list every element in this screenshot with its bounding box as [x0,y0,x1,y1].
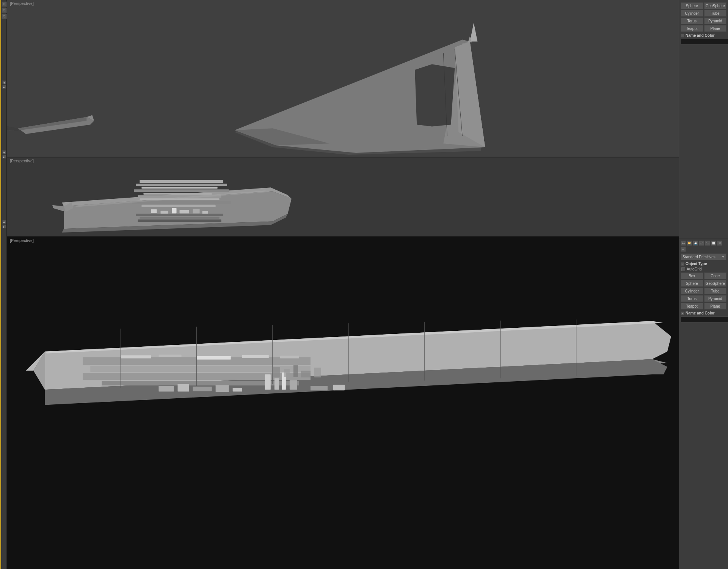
open-icon[interactable]: 📂 [687,240,692,246]
svg-rect-21 [140,180,223,183]
svg-rect-71 [275,378,279,390]
svg-rect-78 [293,365,298,377]
autogrid-row-bottom: AutoGrid [681,267,726,271]
svg-rect-53 [197,356,231,360]
top-btn-grid-3: Torus Pyramid [681,17,726,24]
dropdown-label: Standard Primitives [682,255,715,259]
name-color-collapse-bottom[interactable]: - [681,311,684,315]
svg-rect-68 [216,385,229,392]
save-icon[interactable]: 💾 [693,240,698,246]
svg-rect-54 [242,355,269,358]
geosphere-btn[interactable]: GeoSphere [704,280,727,287]
box-btn[interactable]: Box [681,272,703,279]
nav-arrow-up-1[interactable]: ◀ [2,80,6,84]
name-input-top[interactable] [681,39,728,45]
render-icon[interactable]: ⬜ [711,240,716,246]
name-color-row-top [681,39,726,45]
standard-primitives-dropdown[interactable]: Standard Primitives ▼ [681,253,726,260]
file-icon[interactable]: 🗁 [681,240,686,246]
cylinder-btn-top[interactable]: Cylinder [681,10,703,17]
redo-icon[interactable]: ↪ [705,240,710,246]
undo-icon[interactable]: ↩ [699,240,704,246]
svg-rect-30 [151,209,157,213]
svg-rect-24 [134,189,229,192]
autogrid-label-bottom: AutoGrid [687,267,701,271]
torus-btn[interactable]: Torus [681,295,703,302]
viewport-top[interactable]: [Perspective] [7,0,679,157]
svg-rect-32 [172,208,176,214]
viewport-middle[interactable]: [Perspective] [7,157,679,237]
viewport-bottom[interactable]: [Perspective] [7,237,679,569]
cylinder-btn[interactable]: Cylinder [681,288,703,294]
toolbar-icons-bottom: 🗁 📂 💾 ↩ ↪ ⬜ ⚙ ↔ [681,240,726,252]
nav-arrow-up-3[interactable]: ◀ [2,220,6,224]
svg-rect-34 [193,209,200,214]
object-type-header-bottom: - Object Type [681,262,726,266]
teapot-btn-top[interactable]: Teapot [681,25,703,32]
svg-rect-79 [301,371,311,377]
svg-rect-35 [202,211,208,214]
top-btn-grid-4: Teapot Plane [681,25,726,32]
btn-grid-row3-bottom: Cylinder Tube [681,288,726,294]
sphere-btn[interactable]: Sphere [681,280,703,287]
tube-btn-top[interactable]: Tube [704,10,727,17]
svg-rect-74 [311,386,328,390]
toolbar-btn-3[interactable]: ⬡ [2,14,7,19]
svg-marker-5 [415,64,455,126]
right-panel-bottom-section: 🗁 📂 💾 ↩ ↪ ⬜ ⚙ ↔ Standard Primitives ▼ - … [679,239,728,569]
btn-grid-row2-bottom: Sphere GeoSphere [681,280,726,287]
svg-rect-67 [193,387,212,391]
viewport-top-label: [Perspective] [10,2,34,6]
pyramid-btn-top[interactable]: Pyramid [704,17,727,24]
arrow-icon[interactable]: ↔ [681,247,686,252]
name-input-bottom[interactable] [681,316,728,322]
torus-btn-top[interactable]: Torus [681,17,703,24]
object-type-title-bottom: Object Type [686,262,707,266]
yellow-accent-bar [0,0,1,569]
nav-arrow-down-1[interactable]: ▶ [2,85,6,89]
geosphere-btn-top[interactable]: GeoSphere [704,2,727,9]
sphere-btn-top[interactable]: Sphere [681,2,703,9]
toolbar-btn-1[interactable]: ⬡ [2,2,7,7]
svg-rect-77 [284,369,290,377]
name-color-header-top: - Name and Color [681,33,726,38]
plane-btn[interactable]: Plane [704,303,727,310]
svg-rect-31 [160,211,168,214]
svg-rect-29 [141,205,215,207]
object-type-collapse-bottom[interactable]: - [681,262,684,266]
svg-rect-69 [233,388,242,391]
teapot-btn[interactable]: Teapot [681,303,703,310]
cone-btn[interactable]: Cone [704,272,727,279]
pyramid-btn[interactable]: Pyramid [704,295,727,302]
right-panel: Sphere GeoSphere Cylinder Tube Torus Pyr… [679,0,728,569]
nav-arrow-down-3[interactable]: ▶ [2,225,6,228]
dropdown-arrow: ▼ [722,255,725,259]
name-color-title-bottom: Name and Color [686,311,715,315]
btn-grid-row5-bottom: Teapot Plane [681,303,726,310]
svg-rect-23 [141,187,217,189]
svg-rect-51 [121,355,151,358]
name-color-collapse-top[interactable]: - [681,34,684,38]
svg-rect-38 [138,219,221,222]
right-panel-top-section: Sphere GeoSphere Cylinder Tube Torus Pyr… [679,0,728,239]
svg-rect-80 [314,368,321,377]
svg-rect-36 [136,214,223,216]
object-type-section-bottom: - Object Type AutoGrid Box Cone Sphere G… [681,262,726,310]
settings-icon[interactable]: ⚙ [717,240,722,246]
viewport-middle-scene [7,157,679,236]
toolbar-btn-2[interactable]: ⬡ [2,8,7,13]
autogrid-checkbox-bottom[interactable] [681,267,685,271]
svg-rect-42 [7,237,679,569]
tube-btn[interactable]: Tube [704,288,727,294]
svg-rect-22 [136,184,227,186]
nav-arrow-down-2[interactable]: ▶ [2,155,6,159]
svg-rect-37 [140,217,219,218]
top-btn-grid-1: Sphere GeoSphere [681,2,726,9]
name-color-title-top: Name and Color [686,33,715,38]
svg-rect-73 [290,380,297,390]
nav-arrow-up-2[interactable]: ◀ [2,150,6,154]
top-btn-grid-2: Cylinder Tube [681,10,726,17]
plane-btn-top[interactable]: Plane [704,25,727,32]
btn-grid-row1-bottom: Box Cone [681,272,726,279]
svg-rect-66 [178,384,189,391]
